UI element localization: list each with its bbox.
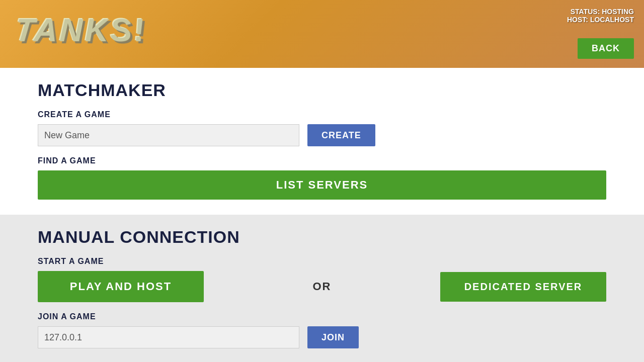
- logo-text: TANKS!: [13, 12, 149, 49]
- dedicated-server-button[interactable]: DEDICATED SERVER: [440, 272, 606, 302]
- create-game-row: CREATE: [38, 124, 606, 146]
- logo: TANKS!: [10, 4, 146, 64]
- matchmaker-section: MATCHMAKER CREATE A GAME CREATE FIND A G…: [0, 68, 644, 215]
- join-game-label: JOIN A GAME: [38, 312, 606, 321]
- status-display: STATUS: HOSTING HOST: LOCALHOST: [567, 8, 634, 24]
- back-button[interactable]: BACK: [578, 38, 634, 59]
- or-label: OR: [204, 280, 440, 293]
- manual-connection-title: MANUAL CONNECTION: [38, 227, 606, 247]
- status-line2: HOST: LOCALHOST: [567, 16, 634, 24]
- find-game-label: FIND A GAME: [38, 156, 606, 165]
- start-game-row: PLAY AND HOST OR DEDICATED SERVER: [38, 271, 606, 302]
- status-line1: STATUS: HOSTING: [567, 8, 634, 16]
- join-game-row: JOIN: [38, 326, 606, 348]
- start-game-label: START A GAME: [38, 257, 606, 266]
- ip-input[interactable]: [38, 326, 299, 348]
- play-and-host-button[interactable]: PLAY AND HOST: [38, 271, 204, 302]
- new-game-input[interactable]: [38, 124, 299, 146]
- matchmaker-title: MATCHMAKER: [38, 80, 606, 100]
- create-game-label: CREATE A GAME: [38, 110, 606, 119]
- header: TANKS! STATUS: HOSTING HOST: LOCALHOST B…: [0, 0, 644, 68]
- join-button[interactable]: JOIN: [307, 326, 359, 348]
- manual-connection-section: MANUAL CONNECTION START A GAME PLAY AND …: [0, 215, 644, 362]
- create-button[interactable]: CREATE: [307, 124, 375, 146]
- list-servers-button[interactable]: LIST SERVERS: [38, 170, 606, 200]
